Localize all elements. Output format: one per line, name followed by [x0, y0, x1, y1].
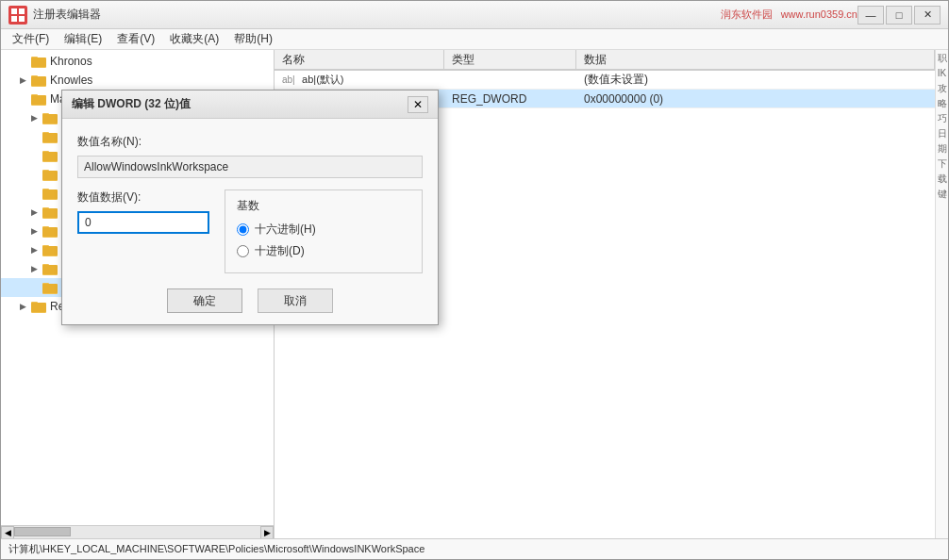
dword-dialog: 编辑 DWORD (32 位)值 ✕ 数值名称(N): 数值数据(V): 基数 … — [61, 90, 439, 325]
sidebar-char: 载 — [938, 173, 947, 186]
tree-arrow: ▶ — [31, 207, 42, 217]
tree-arrow: ▶ — [31, 264, 42, 273]
scroll-thumb[interactable] — [14, 527, 71, 536]
value-data-section: 数值数据(V): — [77, 189, 209, 273]
reg-icon-ab: ab| — [282, 74, 295, 85]
right-sidebar: 职 IK 攻 略 巧 日 期 下 载 键 — [935, 50, 948, 538]
folder-icon — [42, 168, 58, 181]
sidebar-char: 攻 — [938, 82, 947, 95]
table-header: 名称 类型 数据 — [275, 50, 935, 71]
ok-button[interactable]: 确定 — [167, 288, 242, 313]
folder-icon — [42, 130, 58, 143]
col-header-data[interactable]: 数据 — [576, 50, 935, 70]
sidebar-char: 下 — [938, 157, 947, 171]
cancel-button[interactable]: 取消 — [258, 288, 333, 313]
cell-data: (数值未设置) — [576, 72, 935, 88]
scroll-left-btn[interactable]: ◀ — [1, 526, 14, 539]
radio-dec-text: 十进制(D) — [255, 243, 305, 259]
tree-arrow: ▶ — [31, 245, 42, 255]
radio-hex[interactable] — [237, 223, 249, 236]
svg-rect-2 — [11, 16, 17, 22]
dialog-title-bar: 编辑 DWORD (32 位)值 ✕ — [62, 91, 438, 119]
svg-rect-21 — [42, 152, 58, 161]
sidebar-char: 巧 — [938, 112, 947, 125]
title-bar: 注册表编辑器 润东软件园 www.run0359.cn — □ ✕ — [1, 1, 948, 29]
scroll-right-btn[interactable]: ▶ — [260, 526, 274, 539]
col-header-name[interactable]: 名称 — [275, 50, 444, 70]
reg-default-label: ab|(默认) — [302, 74, 343, 85]
svg-rect-18 — [42, 133, 58, 142]
folder-icon — [42, 281, 58, 294]
radio-hex-text: 十六进制(H) — [255, 222, 316, 238]
dialog-title: 编辑 DWORD (32 位)值 — [72, 96, 408, 112]
dialog-row: 数值数据(V): 基数 十六进制(H) 十进制(D) — [77, 189, 423, 273]
menu-edit[interactable]: 编辑(E) — [57, 29, 109, 49]
folder-icon — [42, 187, 58, 200]
window-title: 注册表编辑器 — [33, 7, 717, 23]
status-bar: 计算机\HKEY_LOCAL_MACHINE\SOFTWARE\Policies… — [1, 538, 948, 559]
minimize-button[interactable]: — — [857, 6, 884, 25]
sidebar-char: 略 — [938, 97, 947, 110]
folder-icon — [31, 74, 46, 87]
folder-icon — [42, 149, 58, 162]
svg-rect-12 — [31, 95, 46, 105]
menu-view[interactable]: 查看(V) — [109, 29, 162, 49]
menu-help[interactable]: 帮助(H) — [226, 29, 280, 49]
svg-rect-1 — [19, 8, 25, 14]
status-path: 计算机\HKEY_LOCAL_MACHINE\SOFTWARE\Policies… — [8, 542, 425, 556]
brand-text: 润东软件园 www.run0359.cn — [721, 8, 858, 22]
svg-rect-15 — [42, 114, 58, 124]
tree-item-label: Knowles — [50, 74, 92, 87]
folder-icon — [42, 243, 58, 256]
svg-rect-39 — [42, 265, 58, 274]
tree-item-label: Khronos — [50, 55, 92, 68]
base-section: 基数 十六进制(H) 十进制(D) — [225, 189, 423, 273]
base-title: 基数 — [237, 198, 410, 214]
tree-arrow: ▶ — [31, 226, 42, 236]
svg-rect-45 — [31, 303, 46, 312]
menu-bar: 文件(F) 编辑(E) 查看(V) 收藏夹(A) 帮助(H) — [1, 29, 948, 50]
value-data-label: 数值数据(V): — [77, 189, 209, 206]
tree-item-khronos[interactable]: Khronos — [1, 52, 274, 71]
value-name-label: 数值名称(N): — [77, 134, 423, 150]
svg-rect-27 — [42, 189, 58, 199]
svg-rect-30 — [42, 208, 58, 218]
sidebar-char: IK — [938, 67, 946, 80]
maximize-button[interactable]: □ — [886, 6, 912, 25]
cell-type: REG_DWORD — [444, 92, 576, 106]
radio-hex-label[interactable]: 十六进制(H) — [237, 222, 410, 238]
table-row[interactable]: ab| ab|(默认) (数值未设置) — [275, 71, 935, 90]
sidebar-char: 键 — [938, 188, 947, 201]
menu-favorites[interactable]: 收藏夹(A) — [162, 29, 226, 49]
dialog-close-button[interactable]: ✕ — [408, 96, 428, 113]
svg-rect-0 — [11, 8, 17, 14]
tree-arrow: ▶ — [20, 75, 31, 85]
svg-rect-24 — [42, 171, 58, 180]
svg-rect-42 — [42, 284, 58, 293]
tree-item-knowles[interactable]: ▶ Knowles — [1, 71, 274, 90]
dialog-body: 数值名称(N): 数值数据(V): 基数 十六进制(H) 十进制(D) 确定 — [62, 119, 438, 324]
value-data-input[interactable] — [77, 211, 209, 234]
svg-rect-33 — [42, 227, 58, 237]
folder-icon — [31, 92, 46, 106]
scroll-track[interactable] — [14, 526, 260, 539]
radio-dec[interactable] — [237, 245, 249, 257]
svg-rect-9 — [31, 76, 46, 86]
menu-file[interactable]: 文件(F) — [5, 29, 57, 49]
col-header-type[interactable]: 类型 — [444, 50, 576, 70]
app-logo — [8, 6, 27, 25]
svg-rect-36 — [42, 246, 58, 255]
value-name-input[interactable] — [77, 156, 423, 178]
tree-arrow: ▶ — [31, 113, 42, 123]
tree-h-scrollbar[interactable]: ◀ ▶ — [1, 525, 274, 538]
sidebar-char: 日 — [938, 127, 947, 140]
folder-icon — [42, 111, 58, 124]
folder-icon — [42, 262, 58, 275]
tree-arrow: ▶ — [20, 302, 31, 311]
radio-dec-label[interactable]: 十进制(D) — [237, 243, 410, 259]
folder-icon — [42, 206, 58, 219]
cell-name: ab| ab|(默认) — [275, 73, 444, 87]
title-controls: — □ ✕ — [857, 6, 941, 25]
folder-icon — [31, 300, 46, 313]
close-button[interactable]: ✕ — [914, 6, 941, 25]
